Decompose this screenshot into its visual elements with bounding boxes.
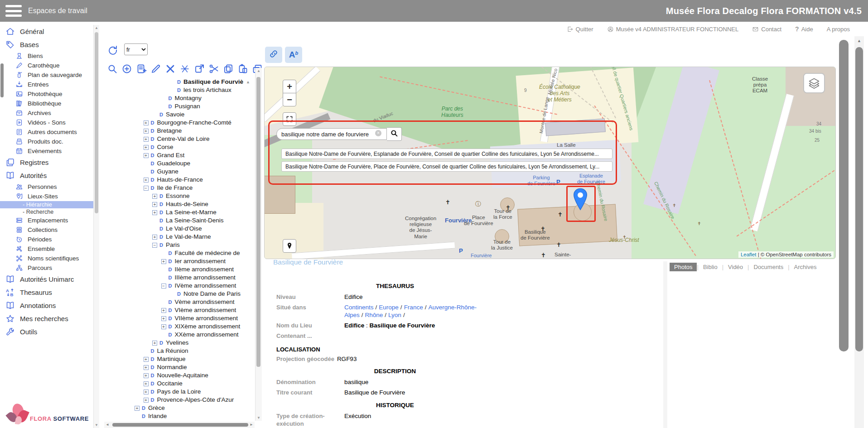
search-result-1[interactable]: Basilique Notre-Dame de Fourvière, Espla… xyxy=(281,149,612,159)
sidebar-item-bibliotheque[interactable]: Bibliothèque xyxy=(0,99,93,108)
tree-node-ile-de-france[interactable]: −DIle de France xyxy=(103,184,255,192)
expand-icon[interactable]: + xyxy=(152,210,157,215)
search-result-2[interactable]: Basilique Notre-Dame de Fourvière, Place… xyxy=(281,161,612,172)
scroll-down-icon[interactable]: ▼ xyxy=(94,423,99,427)
sidebar-item-mes-recherches[interactable]: Mes recherches xyxy=(0,312,93,325)
unlink-icon[interactable] xyxy=(179,63,190,74)
cut-icon[interactable] xyxy=(208,63,219,74)
expand-icon[interactable]: + xyxy=(152,341,157,346)
copy-icon[interactable] xyxy=(223,63,234,74)
hamburger-menu-icon[interactable] xyxy=(5,5,22,17)
sidebar-item-noms-scientifiques[interactable]: Noms scientifiques xyxy=(0,254,93,263)
expand-icon[interactable]: + xyxy=(135,406,140,411)
expand-icon[interactable]: + xyxy=(144,357,149,362)
scroll-up-icon[interactable]: ▲ xyxy=(94,26,99,30)
map-search-button[interactable] xyxy=(387,127,402,141)
page-scrollbar[interactable]: ▲ xyxy=(854,36,864,428)
sidebar-item-hierarchie[interactable]: - Hiérarchie xyxy=(0,201,93,208)
tab-photos[interactable]: Photos xyxy=(670,263,697,271)
tab-documents[interactable]: Documents xyxy=(749,263,788,271)
sidebar-item-recherche[interactable]: - Recherche xyxy=(0,208,93,216)
scroll-left-icon[interactable]: ◄ xyxy=(106,423,109,427)
tree-node-essonne[interactable]: +DEssonne xyxy=(103,192,255,200)
tree-node-pusignan[interactable]: DPusignan xyxy=(103,102,255,111)
tree-node-pays-de-la-loire[interactable]: +DPays de la Loire xyxy=(103,388,255,396)
expand-icon[interactable]: + xyxy=(144,373,149,378)
sidebar-item-thesaurus[interactable]: ABThesaurus xyxy=(0,286,93,299)
tree-node-bretagne[interactable]: +DBretagne xyxy=(103,127,255,135)
add-circle-icon[interactable] xyxy=(121,63,132,74)
search-icon[interactable] xyxy=(107,63,118,74)
location-marker-pin[interactable] xyxy=(572,188,588,210)
header-link-quitter[interactable]: Quitter xyxy=(567,26,593,33)
sidebar-item-autorites[interactable]: Autorités xyxy=(0,169,93,182)
tree-node-yvelines[interactable]: +DYvelines xyxy=(103,339,255,347)
sidebar-item-outils[interactable]: Outils xyxy=(0,325,93,338)
tree-node-veme-arrondissement[interactable]: DVème arrondissement xyxy=(103,298,255,306)
tree-hscrollbar-thumb[interactable] xyxy=(112,423,248,427)
header-link-a-propos[interactable]: A propos xyxy=(827,26,850,33)
sidebar-item-bases[interactable]: Bases xyxy=(0,38,93,51)
leaflet-link[interactable]: Leaflet xyxy=(741,252,757,257)
expand-icon[interactable]: + xyxy=(152,202,157,207)
expand-icon[interactable]: + xyxy=(144,398,149,403)
map-search-input[interactable] xyxy=(276,128,387,140)
collapse-icon[interactable]: − xyxy=(144,186,149,191)
expand-icon[interactable]: + xyxy=(161,259,166,264)
sidebar-scrollbar-thumb[interactable] xyxy=(95,32,98,213)
sidebar-item-registres[interactable]: Registres xyxy=(0,156,93,169)
delete-icon[interactable] xyxy=(165,63,176,74)
clear-search-icon[interactable]: × xyxy=(375,130,381,136)
tree-node-basilique-de-fourvie[interactable]: DBasilique de Fourviè▲ xyxy=(103,78,255,86)
header-link-musee-v4-administrateur-fonctionnel[interactable]: Musée v4 ADMINISTRATEUR FONCTIONNEL xyxy=(607,26,739,33)
tree-node-xixeme-arrondissement[interactable]: +DXIXème arrondissement xyxy=(103,322,255,331)
tree-node-iieme-arrondissement[interactable]: DIIème arrondissement xyxy=(103,265,255,274)
sidebar-item-archives[interactable]: Archives xyxy=(0,108,93,118)
breadcrumb-link-lyon[interactable]: Lyon xyxy=(388,312,401,318)
tree-node-normandie[interactable]: +DNormandie xyxy=(103,363,255,371)
sidebar-item-plan-de-sauvegarde[interactable]: Plan de sauvegarde xyxy=(0,70,93,80)
sidebar-item-collections[interactable]: Collections xyxy=(0,225,93,235)
zoom-out-button[interactable]: − xyxy=(283,93,296,106)
pencil-icon[interactable] xyxy=(150,63,161,74)
expand-icon[interactable]: + xyxy=(161,308,166,313)
collapse-icon[interactable]: − xyxy=(152,243,157,248)
doc-add-icon[interactable] xyxy=(136,63,147,74)
tree-node-corse[interactable]: +DCorse xyxy=(103,143,255,151)
locate-button[interactable] xyxy=(283,239,296,253)
tree-node-grand-est[interactable]: +DGrand Est xyxy=(103,151,255,159)
tree-scrollbar-thumb[interactable] xyxy=(256,77,260,367)
tree-node-martinique[interactable]: +DMartinique xyxy=(103,355,255,363)
tree-node-xxeme-arrondissement[interactable]: DXXème arrondissement xyxy=(103,331,255,339)
sidebar-item-autres-documents[interactable]: Autres documents xyxy=(0,127,93,137)
sidebar-item-emplacements[interactable]: Emplacements xyxy=(0,216,93,225)
workspace-label[interactable]: Espaces de travail xyxy=(28,7,87,15)
tree-node-montagny[interactable]: DMontagny xyxy=(103,94,255,102)
breadcrumb-link-europe[interactable]: Europe xyxy=(379,304,399,311)
sidebar-item-lieux-sites[interactable]: Lieux-Sites xyxy=(0,192,93,201)
tree-node-notre-dame-de-paris[interactable]: DNotre Dame de Paris xyxy=(103,290,255,298)
expand-icon[interactable]: + xyxy=(161,316,166,321)
scroll-top-arrow-icon[interactable]: ▲ xyxy=(246,80,250,84)
tree-node-hauts-de-france[interactable]: +DHauts-de-France xyxy=(103,176,255,184)
tree-node-centre-val-de-loire[interactable]: +DCentre-Val de Loire xyxy=(103,135,255,143)
sidebar-item-phototheque[interactable]: Photothèque xyxy=(0,89,93,99)
sidebar-item-autorites-unimarc[interactable]: Autorités Unimarc xyxy=(0,273,93,286)
expand-icon[interactable]: + xyxy=(152,194,157,199)
details-scrollbar-thumb[interactable] xyxy=(0,63,4,97)
tree-node-bourgogne-franche-comte[interactable]: +DBourgogne-Franche-Comté xyxy=(103,119,255,127)
tree-node-guadeloupe[interactable]: DGuadeloupe xyxy=(103,159,255,168)
sidebar-item-videos-sons[interactable]: Vidéos - Sons xyxy=(0,118,93,127)
expand-icon[interactable]: + xyxy=(144,120,149,125)
scroll-up-icon[interactable]: ▲ xyxy=(854,38,864,43)
tree-node-faculte-de-medecine-de[interactable]: DFaculté de médecine de xyxy=(103,249,255,257)
tree-node-le-val-de-marne[interactable]: +DLe Val-de-Marne xyxy=(103,233,255,241)
sidebar-item-biens[interactable]: Biens xyxy=(0,51,93,61)
tree-node-le-val-d-oise[interactable]: DLe Val-d'Oise xyxy=(103,225,255,233)
sidebar-item-evenements[interactable]: Evènements xyxy=(0,146,93,156)
tree-node-occitanie[interactable]: +DOccitanie xyxy=(103,380,255,388)
sidebar-item-parcours[interactable]: Parcours xyxy=(0,263,93,273)
expand-icon[interactable]: + xyxy=(144,137,149,142)
expand-icon[interactable]: + xyxy=(152,235,157,240)
sidebar-item-annotations[interactable]: Annotations xyxy=(0,299,93,312)
